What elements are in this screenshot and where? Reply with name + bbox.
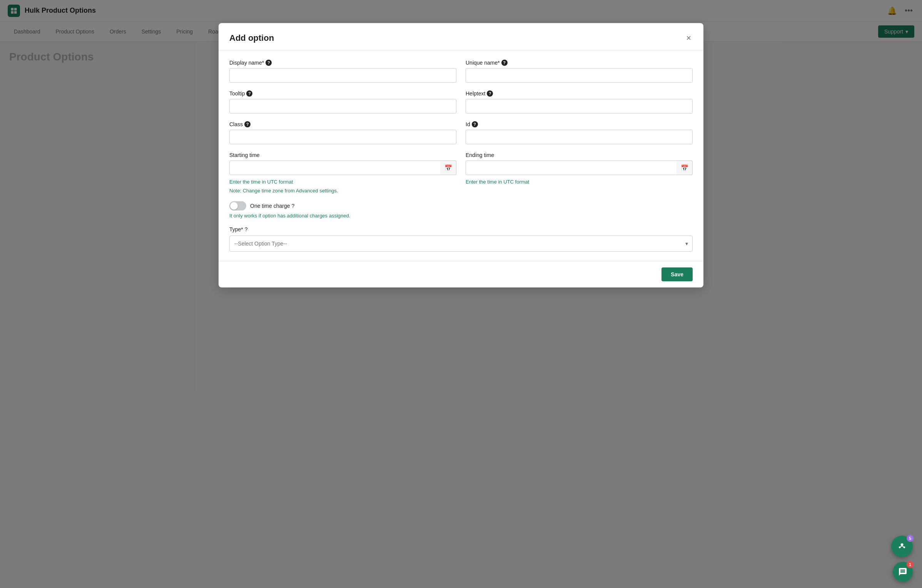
ending-time-helper: Enter the time in UTC format — [466, 179, 693, 185]
chat-icon-secondary — [898, 567, 907, 576]
id-help-icon[interactable]: ? — [472, 121, 478, 127]
display-name-input[interactable] — [229, 68, 456, 83]
ending-time-input[interactable] — [466, 160, 693, 175]
one-time-charge-note: It only works if option has additional c… — [229, 213, 693, 219]
form-row-tooltip-helptext: Tooltip ? Helptext ? — [229, 90, 693, 114]
ending-time-input-wrapper: 📅 — [466, 160, 693, 175]
one-time-charge-toggle[interactable] — [229, 201, 246, 210]
unique-name-input[interactable] — [466, 68, 693, 83]
form-row-class-id: Class ? Id ? — [229, 121, 693, 144]
modal-overlay: Add option × Display name* ? Unique name… — [0, 0, 922, 588]
display-name-group: Display name* ? — [229, 60, 456, 83]
ending-time-label: Ending time — [466, 152, 693, 158]
starting-time-group: Starting time 📅 Enter the time in UTC fo… — [229, 152, 456, 194]
chat-widget-primary[interactable]: 5 — [891, 536, 913, 557]
ending-time-calendar-button[interactable]: 📅 — [676, 160, 693, 175]
add-option-modal: Add option × Display name* ? Unique name… — [219, 23, 703, 287]
modal-close-button[interactable]: × — [685, 32, 693, 44]
chat-badge-primary: 5 — [907, 535, 914, 542]
type-section: Type* ? --Select Option Type--TextTextar… — [229, 226, 693, 252]
class-input[interactable] — [229, 130, 456, 144]
tooltip-input[interactable] — [229, 99, 456, 114]
helptext-help-icon[interactable]: ? — [487, 90, 493, 97]
chat-icon-primary — [897, 541, 907, 552]
ending-time-group: Ending time 📅 Enter the time in UTC form… — [466, 152, 693, 194]
helptext-label: Helptext ? — [466, 90, 693, 97]
display-name-label: Display name* ? — [229, 60, 456, 66]
starting-time-helper: Enter the time in UTC format — [229, 179, 456, 185]
starting-time-input[interactable] — [229, 160, 456, 175]
chat-widget-secondary[interactable]: 1 — [893, 562, 913, 582]
class-group: Class ? — [229, 121, 456, 144]
calendar-icon: 📅 — [444, 164, 452, 172]
id-input[interactable] — [466, 130, 693, 144]
id-label: Id ? — [466, 121, 693, 127]
starting-time-label: Starting time — [229, 152, 456, 158]
type-label: Type* ? — [229, 226, 693, 232]
starting-time-input-wrapper: 📅 — [229, 160, 456, 175]
tooltip-help-icon[interactable]: ? — [246, 90, 252, 97]
starting-time-calendar-button[interactable]: 📅 — [440, 160, 456, 175]
unique-name-group: Unique name* ? — [466, 60, 693, 83]
one-time-charge-row: One time charge ? — [229, 201, 693, 210]
modal-header: Add option × — [219, 23, 703, 50]
type-select[interactable]: --Select Option Type--TextTextareaNumber… — [229, 236, 693, 252]
form-row-names: Display name* ? Unique name* ? — [229, 60, 693, 83]
helptext-group: Helptext ? — [466, 90, 693, 114]
id-group: Id ? — [466, 121, 693, 144]
tooltip-label: Tooltip ? — [229, 90, 456, 97]
save-button[interactable]: Save — [661, 267, 693, 281]
svg-point-4 — [901, 543, 904, 546]
tooltip-group: Tooltip ? — [229, 90, 456, 114]
modal-body: Display name* ? Unique name* ? — [219, 50, 703, 261]
modal-title: Add option — [229, 33, 274, 43]
form-row-times: Starting time 📅 Enter the time in UTC fo… — [229, 152, 693, 194]
unique-name-label: Unique name* ? — [466, 60, 693, 66]
type-help-icon[interactable]: ? — [245, 226, 248, 232]
modal-footer: Save — [219, 261, 703, 287]
one-time-charge-help-icon[interactable]: ? — [292, 203, 295, 209]
starting-time-note: Note: Change time zone from Advanced set… — [229, 188, 456, 194]
helptext-input[interactable] — [466, 99, 693, 114]
chat-badge-secondary: 1 — [907, 561, 914, 568]
unique-name-help-icon[interactable]: ? — [501, 60, 508, 66]
type-select-wrapper: --Select Option Type--TextTextareaNumber… — [229, 236, 693, 252]
calendar-icon-2: 📅 — [681, 164, 688, 172]
display-name-help-icon[interactable]: ? — [266, 60, 272, 66]
class-label: Class ? — [229, 121, 456, 127]
one-time-charge-label: One time charge ? — [250, 203, 294, 209]
class-help-icon[interactable]: ? — [244, 121, 251, 127]
